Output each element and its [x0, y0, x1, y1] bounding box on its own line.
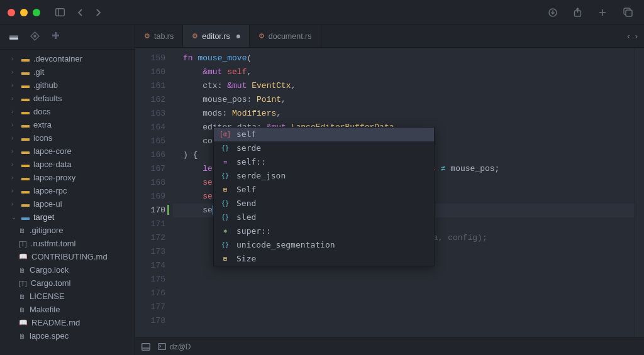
- tab-editor-rs[interactable]: ⚙editor.rs: [183, 25, 249, 47]
- file-item[interactable]: 🗎LICENSE: [0, 290, 135, 303]
- completion-kind-mod-icon: {}: [220, 171, 230, 181]
- minimize-window-button[interactable]: [20, 9, 28, 16]
- file-icon: 🗎: [19, 266, 26, 274]
- rust-icon: ⚙: [192, 32, 198, 40]
- files-icon[interactable]: [9, 31, 19, 43]
- autocomplete-item[interactable]: {}unicode_segmentation: [214, 238, 434, 252]
- svg-rect-0: [56, 9, 65, 16]
- minimap[interactable]: [635, 48, 644, 337]
- line-number: 167: [135, 162, 165, 176]
- file-tree[interactable]: ›▬.devcontainer›▬.git›▬.github›▬defaults…: [0, 50, 135, 355]
- autocomplete-popup[interactable]: [α]self{}serde≡self::{}serde_json⊞Self{}…: [213, 127, 435, 266]
- new-tab-icon[interactable]: [594, 4, 611, 21]
- main-layout: ›▬.devcontainer›▬.git›▬.github›▬defaults…: [0, 25, 644, 355]
- completion-kind-mod-icon: {}: [220, 199, 230, 209]
- folder-item[interactable]: ›▬lapce-rpc: [0, 184, 135, 197]
- tree-item-label: docs: [33, 107, 50, 116]
- source-control-icon[interactable]: [30, 31, 40, 43]
- folder-item[interactable]: ›▬lapce-ui: [0, 197, 135, 210]
- autocomplete-item[interactable]: [α]self: [214, 128, 434, 141]
- download-icon[interactable]: [545, 4, 561, 21]
- tree-item-label: .github: [33, 80, 58, 90]
- tab-label: editor.rs: [202, 32, 230, 41]
- line-number: 160: [135, 65, 165, 79]
- autocomplete-item[interactable]: {}serde: [214, 141, 434, 155]
- file-item[interactable]: 🗎Cargo.lock: [0, 263, 135, 276]
- autocomplete-item[interactable]: {}sled: [214, 210, 434, 224]
- autocomplete-item[interactable]: ≡self::: [214, 155, 434, 169]
- folder-item[interactable]: ›▬lapce-core: [0, 145, 135, 158]
- tab-tab-rs[interactable]: ⚙tab.rs: [135, 25, 183, 47]
- completion-label: serde_json: [236, 169, 286, 183]
- tree-item-label: lapce-proxy: [33, 173, 75, 182]
- tree-item-label: lapce-ui: [33, 199, 62, 209]
- close-window-button[interactable]: [8, 9, 15, 16]
- tab-document-rs[interactable]: ⚙document.rs: [250, 25, 321, 47]
- tree-item-label: .git: [33, 67, 44, 77]
- file-item[interactable]: 🗎lapce.spec: [0, 329, 135, 342]
- folder-item[interactable]: ›▬.devcontainer: [0, 52, 135, 65]
- tab-prev-icon[interactable]: ‹: [627, 31, 630, 41]
- tree-item-label: CONTRIBUTING.md: [31, 252, 108, 261]
- line-number: 168: [135, 176, 165, 190]
- file-icon: 🗎: [19, 332, 26, 340]
- panel-toggle-icon[interactable]: [142, 343, 150, 351]
- folder-item[interactable]: ›▬.github: [0, 79, 135, 92]
- share-icon[interactable]: [570, 4, 586, 21]
- folder-item[interactable]: ›▬icons: [0, 131, 135, 145]
- folder-item[interactable]: ⌄▬target: [0, 210, 135, 224]
- line-number: 166: [135, 148, 165, 162]
- maximize-window-button[interactable]: [33, 9, 40, 16]
- folder-item[interactable]: ›▬lapce-data: [0, 158, 135, 171]
- folder-icon: ▬: [21, 120, 30, 129]
- chevron-right-icon: ›: [11, 200, 18, 207]
- line-number: 162: [135, 93, 165, 107]
- file-item[interactable]: 📖README.md: [0, 316, 135, 329]
- svg-rect-8: [626, 10, 632, 16]
- nav-forward-icon[interactable]: [91, 4, 105, 21]
- svg-rect-10: [9, 36, 18, 38]
- autocomplete-item[interactable]: {}serde_json: [214, 169, 434, 183]
- tree-item-label: extra: [33, 120, 52, 129]
- file-item[interactable]: 🗎.gitignore: [0, 224, 135, 237]
- tab-bar: ⚙tab.rs⚙editor.rs⚙document.rs ‹ ›: [135, 25, 644, 48]
- completion-kind-struct-icon: ⊞: [220, 254, 230, 264]
- line-number: 170: [135, 204, 165, 217]
- file-item[interactable]: 🗎Makefile: [0, 303, 135, 316]
- file-icon: 🗎: [19, 227, 26, 234]
- chevron-right-icon: ›: [11, 55, 18, 62]
- folder-icon: ▬: [21, 54, 30, 63]
- line-number: 173: [135, 245, 165, 259]
- line-number: 175: [135, 273, 165, 287]
- folder-item[interactable]: ›▬defaults: [0, 92, 135, 105]
- file-item[interactable]: 📖CONTRIBUTING.md: [0, 250, 135, 263]
- tab-next-icon[interactable]: ›: [635, 31, 638, 41]
- folder-item[interactable]: ›▬extra: [0, 118, 135, 131]
- folder-item[interactable]: ›▬lapce-proxy: [0, 171, 135, 184]
- autocomplete-item[interactable]: {}Send: [214, 197, 434, 210]
- chevron-right-icon: ›: [11, 95, 18, 102]
- tab-label: document.rs: [269, 32, 312, 41]
- window-controls: [8, 9, 40, 16]
- file-item[interactable]: [T].rustfmt.toml: [0, 237, 135, 250]
- folder-item[interactable]: ›▬docs: [0, 105, 135, 118]
- sidebar-toggle-icon[interactable]: [52, 4, 69, 20]
- autocomplete-item[interactable]: ⊞Self: [214, 183, 434, 197]
- code-area[interactable]: 1591601611621631641651661671681691701711…: [135, 48, 644, 337]
- tree-item-label: .rustfmt.toml: [31, 239, 76, 248]
- chevron-right-icon: ›: [11, 161, 18, 168]
- autocomplete-item[interactable]: ⊞Size: [214, 252, 434, 266]
- completion-label: Size: [236, 252, 256, 266]
- chevron-down-icon: ⌄: [11, 214, 18, 221]
- file-item[interactable]: [T]Cargo.toml: [0, 276, 135, 290]
- activity-icons: [0, 25, 135, 50]
- autocomplete-item[interactable]: ⎈super::: [214, 224, 434, 238]
- nav-back-icon[interactable]: [74, 4, 87, 21]
- extensions-icon[interactable]: [51, 31, 60, 43]
- duplicate-icon[interactable]: [619, 4, 636, 21]
- folder-item[interactable]: ›▬.git: [0, 65, 135, 79]
- tree-item-label: Makefile: [30, 305, 60, 314]
- terminal-status[interactable]: dz@D: [158, 342, 191, 351]
- line-number: 174: [135, 259, 165, 273]
- code[interactable]: fn mouse_move( &mut self, ctx: &mut Even…: [173, 48, 635, 337]
